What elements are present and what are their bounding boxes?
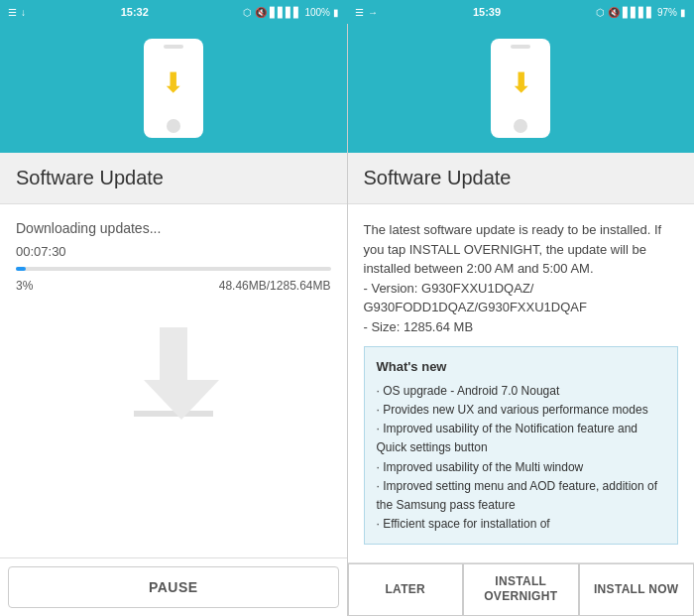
pause-button[interactable]: PAUSE — [8, 566, 339, 608]
size-info: - Size: 1285.64 MB — [364, 319, 474, 334]
progress-bar-container — [16, 267, 331, 271]
battery-text: 100% — [304, 7, 330, 18]
arrow-shaft — [160, 327, 187, 382]
whats-new-item-5: · Improved setting menu and AOD feature,… — [377, 477, 666, 515]
right-status-icons-left: ⬡ 🔇 ▋▋▋▋ 100% ▮ — [243, 7, 339, 18]
arrow-icon: → — [368, 7, 378, 18]
left-panel: ⬇ Software Update Downloading updates...… — [0, 24, 348, 616]
download-arrow-icon: ⬇ — [162, 69, 184, 97]
whats-new-items: · OS upgrade - Android 7.0 Nougat · Prov… — [377, 382, 666, 535]
right-panel-content: The latest software update is ready to b… — [348, 204, 695, 562]
right-panel-header: ⬇ — [348, 24, 695, 153]
right-status-icons-right: ⬡ 🔇 ▋▋▋▋ 97% ▮ — [596, 7, 686, 18]
whats-new-item-3: · Improved usability of the Notification… — [377, 420, 666, 457]
right-panel-footer: LATER INSTALL OVERNIGHT INSTALL NOW — [348, 562, 695, 616]
right-left-icons: ☰ → — [355, 7, 378, 18]
battery-icon: ▮ — [333, 7, 339, 18]
downloading-status: Downloading updates... — [16, 220, 331, 236]
right-panel: ⬇ Software Update The latest software up… — [348, 24, 695, 616]
version-line2: G930FODD1DQAZ/G930FXXU1DQAF — [364, 300, 587, 314]
big-download-arrow — [134, 327, 213, 417]
left-time: 15:32 — [121, 6, 149, 18]
whats-new-box: What's new · OS upgrade - Android 7.0 No… — [364, 346, 679, 545]
left-panel-header: ⬇ — [0, 24, 347, 153]
version-line1: - Version: G930FXXU1DQAZ/ — [364, 281, 534, 296]
right-panel-title: Software Update — [348, 153, 695, 204]
notification-icon: ☰ — [8, 7, 17, 18]
install-now-button[interactable]: INSTALL NOW — [579, 563, 695, 616]
battery-icon-r: ▮ — [680, 7, 686, 18]
arrow-shape — [144, 327, 203, 407]
whats-new-item-2: · Provides new UX and various performanc… — [377, 401, 666, 420]
progress-bar-fill — [16, 267, 26, 271]
progress-percent: 3% — [16, 279, 33, 293]
left-panel-footer[interactable]: PAUSE — [0, 557, 347, 616]
notification-icon-r: ☰ — [355, 7, 364, 18]
download-timer: 00:07:30 — [16, 244, 331, 259]
right-title-text: Software Update — [364, 167, 512, 188]
battery-text-r: 97% — [657, 7, 677, 18]
bluetooth-icon-r: ⬡ — [596, 7, 605, 18]
phone-body: ⬇ — [144, 39, 203, 138]
status-bar-right: ☰ → 15:39 ⬡ 🔇 ▋▋▋▋ 97% ▮ — [347, 0, 694, 24]
left-status-icons: ☰ ↓ — [8, 7, 26, 18]
download-arrow-icon-right: ⬇ — [510, 69, 532, 97]
progress-info: 3% 48.46MB/1285.64MB — [16, 279, 331, 293]
arrow-head — [144, 380, 219, 420]
signal-icon-r: ▋▋▋▋ — [623, 7, 654, 18]
later-button[interactable]: LATER — [348, 563, 463, 616]
file-size: 48.46MB/1285.64MB — [219, 279, 331, 293]
signal-icon: ▋▋▋▋ — [270, 7, 301, 18]
install-overnight-button[interactable]: INSTALL OVERNIGHT — [463, 563, 578, 616]
mute-icon-r: 🔇 — [608, 7, 620, 18]
mute-icon: 🔇 — [255, 7, 267, 18]
download-icon: ↓ — [21, 7, 26, 18]
phone-with-download-right: ⬇ — [491, 39, 550, 138]
phone-body-right: ⬇ — [491, 39, 550, 138]
whats-new-item-6: · Efficient space for installation of — [377, 515, 666, 534]
bluetooth-icon: ⬡ — [243, 7, 252, 18]
phone-with-download: ⬇ — [144, 39, 203, 138]
right-time: 15:39 — [473, 6, 501, 18]
left-title-text: Software Update — [16, 167, 164, 188]
left-panel-title: Software Update — [0, 153, 347, 204]
whats-new-item-4: · Improved usability of the Multi window — [377, 458, 666, 477]
download-visual — [16, 293, 331, 451]
status-bar-left: ☰ ↓ 15:32 ⬡ 🔇 ▋▋▋▋ 100% ▮ — [0, 0, 347, 24]
left-panel-content: Downloading updates... 00:07:30 3% 48.46… — [0, 204, 347, 557]
description-text: The latest software update is ready to b… — [364, 222, 662, 276]
whats-new-item-1: · OS upgrade - Android 7.0 Nougat — [377, 382, 666, 401]
whats-new-title: What's new — [377, 357, 666, 378]
update-description: The latest software update is ready to b… — [364, 220, 679, 336]
